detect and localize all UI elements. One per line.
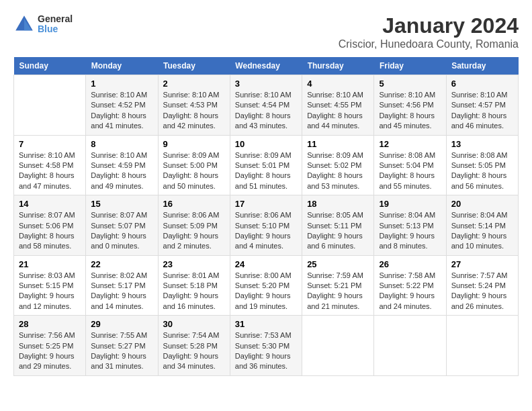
header: General Blue January 2024 Criscior, Hune… <box>13 13 519 50</box>
week-row-5: 28Sunrise: 7:56 AMSunset: 5:25 PMDayligh… <box>14 316 519 376</box>
day-cell: 16Sunrise: 8:06 AMSunset: 5:09 PMDayligh… <box>158 195 230 256</box>
day-info: Sunrise: 7:58 AMSunset: 5:22 PMDaylight:… <box>379 271 441 312</box>
day-info: Sunrise: 7:55 AMSunset: 5:27 PMDaylight:… <box>91 330 152 372</box>
day-cell <box>446 316 518 376</box>
calendar-subtitle: Criscior, Hunedoara County, Romania <box>339 38 519 50</box>
day-cell: 8Sunrise: 8:10 AMSunset: 4:59 PMDaylight… <box>86 135 158 195</box>
day-number: 16 <box>163 199 225 209</box>
day-info: Sunrise: 8:06 AMSunset: 5:10 PMDaylight:… <box>235 210 297 252</box>
day-info: Sunrise: 8:10 AMSunset: 4:58 PMDaylight:… <box>19 150 81 192</box>
day-info: Sunrise: 8:10 AMSunset: 4:53 PMDaylight:… <box>163 90 225 132</box>
day-number: 7 <box>19 139 81 149</box>
day-cell <box>374 316 446 376</box>
day-info: Sunrise: 7:54 AMSunset: 5:28 PMDaylight:… <box>163 330 225 372</box>
day-cell: 10Sunrise: 8:09 AMSunset: 5:01 PMDayligh… <box>230 135 302 195</box>
logo-text: General Blue <box>38 14 73 35</box>
day-info: Sunrise: 8:07 AMSunset: 5:07 PMDaylight:… <box>91 210 152 252</box>
header-monday: Monday <box>86 57 158 75</box>
day-number: 10 <box>235 139 297 149</box>
header-tuesday: Tuesday <box>158 57 230 75</box>
day-cell: 30Sunrise: 7:54 AMSunset: 5:28 PMDayligh… <box>158 316 230 376</box>
day-cell <box>14 75 86 136</box>
day-number: 15 <box>91 199 152 209</box>
day-info: Sunrise: 8:10 AMSunset: 4:57 PMDaylight:… <box>451 90 513 132</box>
calendar-body: 1Sunrise: 8:10 AMSunset: 4:52 PMDaylight… <box>14 75 519 376</box>
day-cell: 7Sunrise: 8:10 AMSunset: 4:58 PMDaylight… <box>14 135 86 195</box>
calendar-table: Sunday Monday Tuesday Wednesday Thursday… <box>13 57 519 376</box>
day-number: 29 <box>91 319 152 329</box>
day-number: 27 <box>451 259 513 269</box>
logo: General Blue <box>13 13 73 35</box>
day-info: Sunrise: 8:09 AMSunset: 5:00 PMDaylight:… <box>163 150 225 192</box>
header-saturday: Saturday <box>446 57 518 75</box>
header-wednesday: Wednesday <box>230 57 302 75</box>
header-row: Sunday Monday Tuesday Wednesday Thursday… <box>14 57 519 75</box>
day-cell: 25Sunrise: 7:59 AMSunset: 5:21 PMDayligh… <box>302 255 374 316</box>
calendar-header: Sunday Monday Tuesday Wednesday Thursday… <box>14 57 519 75</box>
day-cell: 14Sunrise: 8:07 AMSunset: 5:06 PMDayligh… <box>14 195 86 256</box>
week-row-2: 7Sunrise: 8:10 AMSunset: 4:58 PMDaylight… <box>14 135 519 195</box>
day-cell: 29Sunrise: 7:55 AMSunset: 5:27 PMDayligh… <box>86 316 158 376</box>
day-cell: 1Sunrise: 8:10 AMSunset: 4:52 PMDaylight… <box>86 75 158 136</box>
day-cell: 17Sunrise: 8:06 AMSunset: 5:10 PMDayligh… <box>230 195 302 256</box>
header-thursday: Thursday <box>302 57 374 75</box>
page-container: General Blue January 2024 Criscior, Hune… <box>13 13 519 376</box>
day-number: 3 <box>235 79 297 89</box>
day-number: 4 <box>307 79 369 89</box>
calendar-title: January 2024 <box>339 13 519 38</box>
day-info: Sunrise: 8:03 AMSunset: 5:15 PMDaylight:… <box>19 271 81 312</box>
day-number: 17 <box>235 199 297 209</box>
day-info: Sunrise: 8:10 AMSunset: 4:54 PMDaylight:… <box>235 90 297 132</box>
day-cell: 23Sunrise: 8:01 AMSunset: 5:18 PMDayligh… <box>158 255 230 316</box>
day-number: 8 <box>91 139 152 149</box>
day-cell: 19Sunrise: 8:04 AMSunset: 5:13 PMDayligh… <box>374 195 446 256</box>
day-number: 6 <box>451 79 513 89</box>
day-number: 9 <box>163 139 225 149</box>
day-number: 2 <box>163 79 225 89</box>
day-info: Sunrise: 8:10 AMSunset: 4:52 PMDaylight:… <box>91 90 152 132</box>
day-info: Sunrise: 8:09 AMSunset: 5:02 PMDaylight:… <box>307 150 369 192</box>
day-number: 22 <box>91 259 152 269</box>
day-number: 26 <box>379 259 441 269</box>
day-cell: 5Sunrise: 8:10 AMSunset: 4:56 PMDaylight… <box>374 75 446 136</box>
week-row-3: 14Sunrise: 8:07 AMSunset: 5:06 PMDayligh… <box>14 195 519 256</box>
day-info: Sunrise: 8:10 AMSunset: 4:55 PMDaylight:… <box>307 90 369 132</box>
logo-icon <box>13 13 35 35</box>
day-number: 23 <box>163 259 225 269</box>
day-cell: 28Sunrise: 7:56 AMSunset: 5:25 PMDayligh… <box>14 316 86 376</box>
day-number: 31 <box>235 319 297 329</box>
day-cell: 31Sunrise: 7:53 AMSunset: 5:30 PMDayligh… <box>230 316 302 376</box>
day-cell: 24Sunrise: 8:00 AMSunset: 5:20 PMDayligh… <box>230 255 302 316</box>
day-number: 13 <box>451 139 513 149</box>
day-number: 20 <box>451 199 513 209</box>
day-number: 5 <box>379 79 441 89</box>
day-number: 30 <box>163 319 225 329</box>
logo-line1: General <box>38 14 73 24</box>
day-info: Sunrise: 8:04 AMSunset: 5:14 PMDaylight:… <box>451 210 513 252</box>
day-info: Sunrise: 7:53 AMSunset: 5:30 PMDaylight:… <box>235 330 297 372</box>
week-row-4: 21Sunrise: 8:03 AMSunset: 5:15 PMDayligh… <box>14 255 519 316</box>
day-cell: 4Sunrise: 8:10 AMSunset: 4:55 PMDaylight… <box>302 75 374 136</box>
day-cell: 26Sunrise: 7:58 AMSunset: 5:22 PMDayligh… <box>374 255 446 316</box>
day-info: Sunrise: 7:59 AMSunset: 5:21 PMDaylight:… <box>307 271 369 312</box>
header-friday: Friday <box>374 57 446 75</box>
week-row-1: 1Sunrise: 8:10 AMSunset: 4:52 PMDaylight… <box>14 75 519 136</box>
day-number: 19 <box>379 199 441 209</box>
day-cell: 15Sunrise: 8:07 AMSunset: 5:07 PMDayligh… <box>86 195 158 256</box>
day-cell: 11Sunrise: 8:09 AMSunset: 5:02 PMDayligh… <box>302 135 374 195</box>
day-info: Sunrise: 8:10 AMSunset: 4:56 PMDaylight:… <box>379 90 441 132</box>
day-info: Sunrise: 8:00 AMSunset: 5:20 PMDaylight:… <box>235 271 297 312</box>
day-cell: 3Sunrise: 8:10 AMSunset: 4:54 PMDaylight… <box>230 75 302 136</box>
day-info: Sunrise: 8:08 AMSunset: 5:04 PMDaylight:… <box>379 150 441 192</box>
day-number: 18 <box>307 199 369 209</box>
day-info: Sunrise: 8:05 AMSunset: 5:11 PMDaylight:… <box>307 210 369 252</box>
day-info: Sunrise: 8:09 AMSunset: 5:01 PMDaylight:… <box>235 150 297 192</box>
day-cell: 18Sunrise: 8:05 AMSunset: 5:11 PMDayligh… <box>302 195 374 256</box>
day-info: Sunrise: 8:07 AMSunset: 5:06 PMDaylight:… <box>19 210 81 252</box>
day-info: Sunrise: 8:01 AMSunset: 5:18 PMDaylight:… <box>163 271 225 312</box>
day-cell: 21Sunrise: 8:03 AMSunset: 5:15 PMDayligh… <box>14 255 86 316</box>
day-number: 24 <box>235 259 297 269</box>
title-area: January 2024 Criscior, Hunedoara County,… <box>339 13 519 50</box>
day-info: Sunrise: 8:08 AMSunset: 5:05 PMDaylight:… <box>451 150 513 192</box>
day-info: Sunrise: 8:10 AMSunset: 4:59 PMDaylight:… <box>91 150 152 192</box>
